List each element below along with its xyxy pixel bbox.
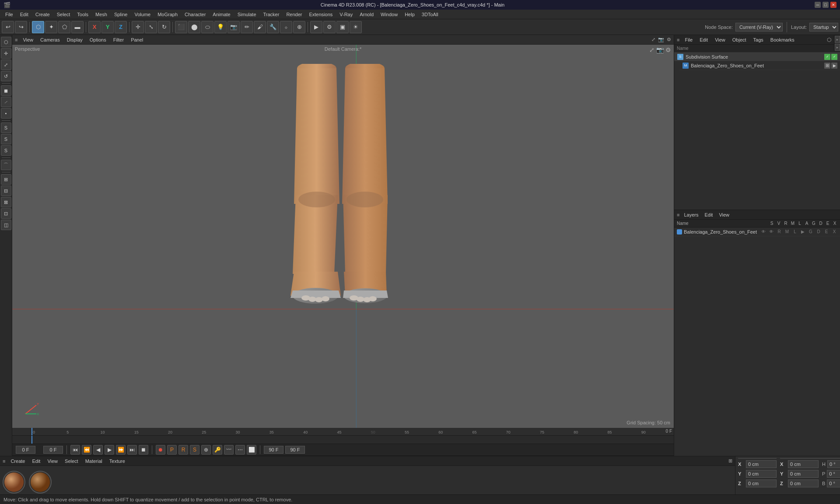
mesh-state-2[interactable]: ▶ xyxy=(831,63,837,69)
rot-p-input[interactable] xyxy=(827,470,840,478)
vp-menu-icon[interactable]: ≡ xyxy=(15,37,18,42)
layer-icon-m[interactable]: M xyxy=(784,229,790,235)
mat-select-menu[interactable]: Select xyxy=(63,458,80,464)
menu-vray[interactable]: V-Ray xyxy=(336,11,356,18)
lt-polygon[interactable]: ◼ xyxy=(1,85,11,96)
undo-button[interactable]: ↩ xyxy=(2,21,14,33)
menu-help[interactable]: Help xyxy=(401,11,418,18)
record-rot-button[interactable]: R xyxy=(178,445,188,455)
select-polygon-mode[interactable]: ▬ xyxy=(71,21,84,33)
vp-display-menu[interactable]: Display xyxy=(65,37,84,42)
scale-tool[interactable]: ⤡ xyxy=(145,21,157,33)
menu-3dtall[interactable]: 3DToAll xyxy=(418,11,442,18)
axis-y[interactable]: Y xyxy=(102,21,114,33)
motion-path-button[interactable]: 〰 xyxy=(224,445,234,455)
layer-icon-s[interactable]: 👁 xyxy=(760,229,766,235)
goto-end-button[interactable]: ⏭ xyxy=(127,445,137,455)
timeline-expand-button[interactable]: ⬜ xyxy=(247,445,256,455)
vp-panel-menu[interactable]: Panel xyxy=(129,37,145,42)
cylinder-object[interactable]: ⬭ xyxy=(201,21,214,33)
layer-icon-x[interactable]: X xyxy=(831,229,837,235)
maximize-button[interactable]: □ xyxy=(822,2,829,8)
layer-icon-v[interactable]: 👁 xyxy=(768,229,774,235)
deformer-tool[interactable]: ⬦ xyxy=(280,21,292,33)
close-button[interactable]: ✕ xyxy=(830,2,836,8)
mat-material-menu[interactable]: Material xyxy=(84,458,104,464)
table-row[interactable]: M Balenciaga_Zero_Shoes_on_Feet ⊞ ▶ xyxy=(679,61,840,70)
render-region[interactable]: ▣ xyxy=(336,21,349,33)
pos-x-input[interactable] xyxy=(746,460,777,468)
lt-grid3[interactable]: ⊠ xyxy=(1,197,11,207)
menu-create[interactable]: Create xyxy=(32,11,53,18)
strip-btn1[interactable]: ▸ xyxy=(835,36,840,43)
next-frame-button[interactable]: ⏩ xyxy=(116,445,126,455)
record-button[interactable]: ⏺ xyxy=(156,445,165,455)
size-z-input[interactable] xyxy=(788,480,819,487)
lt-point[interactable]: • xyxy=(1,108,11,119)
viewport[interactable]: Perspective Default Camera:* ⤢ 📷 ⚙ xyxy=(12,45,674,428)
fps-input[interactable] xyxy=(264,446,284,454)
minimize-button[interactable]: ─ xyxy=(815,2,821,8)
menu-character[interactable]: Character xyxy=(181,11,209,18)
mesh-state-1[interactable]: ⊞ xyxy=(824,63,830,69)
vp-tr-icon2[interactable]: 📷 xyxy=(656,46,664,53)
menu-tracker[interactable]: Tracker xyxy=(260,11,283,18)
menu-tools[interactable]: Tools xyxy=(74,11,92,18)
record-scale-button[interactable]: S xyxy=(190,445,200,455)
sphere-object[interactable]: ⬤ xyxy=(188,21,200,33)
obj-mgr-icon[interactable]: ≡ xyxy=(677,37,679,42)
vp-options-menu[interactable]: Options xyxy=(88,37,108,42)
layer-icon-a[interactable]: ▶ xyxy=(800,229,806,235)
field-tool[interactable]: ⊕ xyxy=(293,21,305,33)
size-y-input[interactable] xyxy=(788,470,819,478)
prev-frame-button[interactable]: ⏪ xyxy=(82,445,91,455)
layer-icon-r[interactable]: R xyxy=(776,229,782,235)
list-item[interactable]: Balenciaga_Zero_Shoes_on_Feet 👁 👁 R M L … xyxy=(674,228,840,236)
lt-bend[interactable]: ⌒ xyxy=(1,160,11,170)
mat-create-menu[interactable]: Create xyxy=(9,458,27,464)
vp-tr-icon1[interactable]: ⤢ xyxy=(649,46,654,53)
obj-mgr-btn1[interactable]: ⬡ xyxy=(827,37,831,43)
layers-icon[interactable]: ≡ xyxy=(677,212,679,217)
mat-icon[interactable]: ≡ xyxy=(3,458,5,464)
strip-btn2[interactable]: ▸ xyxy=(835,44,840,51)
play-reverse-button[interactable]: ◀ xyxy=(93,445,103,455)
mat-tb-icon1[interactable]: ⊞ xyxy=(728,458,732,464)
menu-window[interactable]: Window xyxy=(377,11,401,18)
pos-y-input[interactable] xyxy=(746,470,777,478)
vp-icon-settings[interactable]: ⚙ xyxy=(667,37,671,42)
menu-extensions[interactable]: Extensions xyxy=(305,11,336,18)
paint-tool[interactable]: 🖌 xyxy=(254,21,266,33)
layer-icon-g[interactable]: G xyxy=(808,229,814,235)
lt-grid4[interactable]: ⊡ xyxy=(1,208,11,219)
light-object[interactable]: 💡 xyxy=(214,21,227,33)
vp-view-menu[interactable]: View xyxy=(21,37,35,42)
pen-tool[interactable]: ✏ xyxy=(241,21,253,33)
axis-x[interactable]: X xyxy=(88,21,101,33)
sculpt-tool[interactable]: 🔧 xyxy=(267,21,279,33)
current-frame-input[interactable] xyxy=(16,446,35,454)
menu-mograph[interactable]: MoGraph xyxy=(154,11,181,18)
layout-dropdown[interactable]: Startup xyxy=(809,23,838,32)
obj-file-menu[interactable]: File xyxy=(683,37,694,42)
menu-render[interactable]: Render xyxy=(283,11,305,18)
lt-grid1[interactable]: ⊞ xyxy=(1,174,11,185)
frame-start-input[interactable] xyxy=(43,446,63,454)
rotate-tool[interactable]: ↻ xyxy=(158,21,170,33)
vp-cameras-menu[interactable]: Cameras xyxy=(38,37,62,42)
lt-sym2[interactable]: S xyxy=(1,145,11,156)
lt-move[interactable]: ✛ xyxy=(1,48,11,59)
select-edge-mode[interactable]: ⬠ xyxy=(58,21,70,33)
state-icon-2[interactable]: ✓ xyxy=(831,54,837,60)
obj-tags-menu[interactable]: Tags xyxy=(752,37,765,42)
size-x-input[interactable] xyxy=(788,460,819,468)
autokey-button[interactable]: 🔑 xyxy=(213,445,222,455)
mat-view-menu2[interactable]: View xyxy=(46,458,60,464)
stop-button[interactable]: ⏹ xyxy=(139,445,148,455)
menu-edit[interactable]: Edit xyxy=(17,11,32,18)
layers-edit-menu[interactable]: Edit xyxy=(703,212,714,217)
layer-icon-l[interactable]: L xyxy=(792,229,798,235)
pos-z-input[interactable] xyxy=(746,480,777,487)
obj-bookmarks-menu[interactable]: Bookmarks xyxy=(769,37,796,42)
node-space-dropdown[interactable]: Current (V-Ray) xyxy=(735,23,783,32)
